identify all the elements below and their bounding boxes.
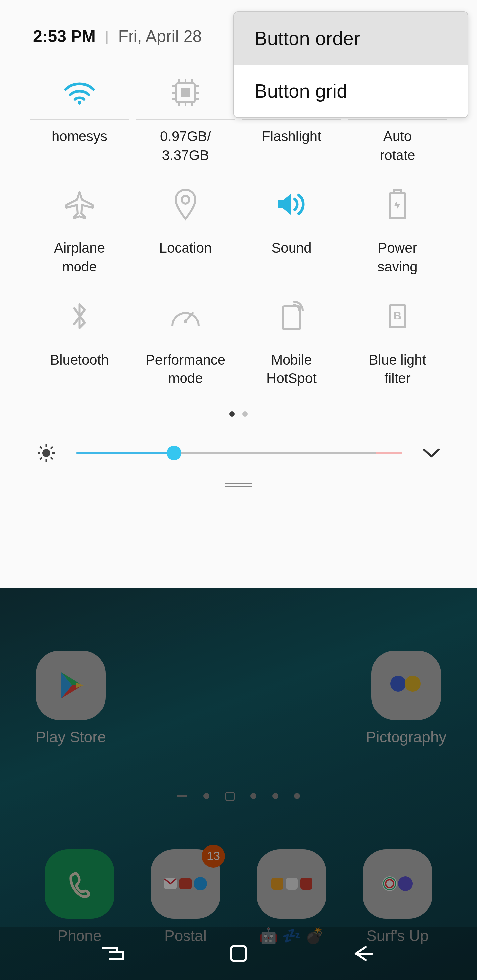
menu-item-button-grid[interactable]: Button grid bbox=[234, 65, 468, 117]
recents-button[interactable] bbox=[100, 943, 126, 963]
bluelight-icon: B bbox=[348, 290, 447, 343]
tile-sound[interactable]: Sound bbox=[242, 178, 341, 276]
brightness-icon bbox=[37, 443, 56, 463]
tile-label: Auto rotate bbox=[380, 120, 415, 165]
battery-icon bbox=[348, 178, 447, 231]
tile-airplane[interactable]: Airplane mode bbox=[30, 178, 129, 276]
page-dot[interactable] bbox=[242, 411, 248, 417]
tile-label: Blue light filter bbox=[369, 343, 426, 388]
tile-bluelight[interactable]: B Blue light filter bbox=[348, 290, 447, 388]
menu-item-button-order[interactable]: Button order bbox=[234, 12, 468, 65]
brightness-control bbox=[0, 426, 477, 479]
tile-location[interactable]: Location bbox=[136, 178, 235, 276]
clock-time: 2:53 PM bbox=[33, 27, 96, 46]
location-icon bbox=[136, 178, 235, 231]
bluetooth-icon bbox=[30, 290, 129, 343]
svg-line-33 bbox=[40, 457, 42, 459]
home-screen: Play Store Pictography Phone 13 bbox=[0, 588, 477, 980]
tile-label: Flashlight bbox=[262, 120, 321, 146]
tile-label: homesys bbox=[52, 120, 107, 146]
chip-icon bbox=[136, 66, 235, 119]
quick-settings-panel: 2:53 PM | Fri, April 28 homesys 0.97GB/ … bbox=[0, 0, 477, 588]
svg-point-21 bbox=[183, 320, 187, 323]
svg-rect-22 bbox=[283, 306, 300, 329]
svg-point-17 bbox=[182, 196, 190, 204]
clock-date: Fri, April 28 bbox=[118, 27, 202, 46]
tile-label: Performance mode bbox=[146, 343, 225, 388]
gauge-icon bbox=[136, 290, 235, 343]
tile-wifi[interactable]: homesys bbox=[30, 66, 129, 165]
brightness-slider[interactable] bbox=[76, 449, 402, 457]
tile-hotspot[interactable]: Mobile HotSpot bbox=[242, 290, 341, 388]
svg-rect-2 bbox=[181, 88, 190, 97]
svg-point-25 bbox=[42, 449, 50, 457]
tile-ram[interactable]: 0.97GB/ 3.37GB bbox=[136, 66, 235, 165]
tile-label: Bluetooth bbox=[50, 343, 108, 369]
tiles-page-indicator bbox=[0, 411, 477, 417]
hotspot-icon bbox=[242, 290, 341, 343]
navigation-bar bbox=[0, 927, 477, 980]
dim-overlay bbox=[0, 588, 477, 980]
svg-line-30 bbox=[40, 447, 42, 449]
tile-label: Location bbox=[160, 231, 212, 258]
tile-bluetooth[interactable]: Bluetooth bbox=[30, 290, 129, 388]
tile-label: Mobile HotSpot bbox=[266, 343, 317, 388]
panel-drag-handle[interactable] bbox=[0, 479, 477, 487]
tile-performance[interactable]: Performance mode bbox=[136, 290, 235, 388]
tile-label: 0.97GB/ 3.37GB bbox=[160, 120, 211, 165]
tile-label: Power saving bbox=[377, 231, 417, 276]
svg-line-31 bbox=[51, 457, 53, 459]
svg-text:B: B bbox=[394, 309, 402, 322]
svg-point-0 bbox=[78, 101, 81, 105]
tile-label: Airplane mode bbox=[54, 231, 105, 276]
sound-icon bbox=[242, 178, 341, 231]
svg-rect-19 bbox=[394, 190, 401, 193]
svg-line-32 bbox=[51, 447, 53, 449]
svg-rect-50 bbox=[231, 945, 246, 961]
back-button[interactable] bbox=[351, 943, 377, 963]
tile-power-saving[interactable]: Power saving bbox=[348, 178, 447, 276]
page-dot[interactable] bbox=[229, 411, 235, 417]
brightness-expand[interactable] bbox=[422, 447, 440, 459]
tile-label: Sound bbox=[271, 231, 311, 258]
overflow-menu: Button order Button grid bbox=[233, 11, 468, 118]
airplane-icon bbox=[30, 178, 129, 231]
wifi-icon bbox=[30, 66, 129, 119]
separator: | bbox=[105, 28, 108, 45]
home-button[interactable] bbox=[227, 942, 250, 966]
